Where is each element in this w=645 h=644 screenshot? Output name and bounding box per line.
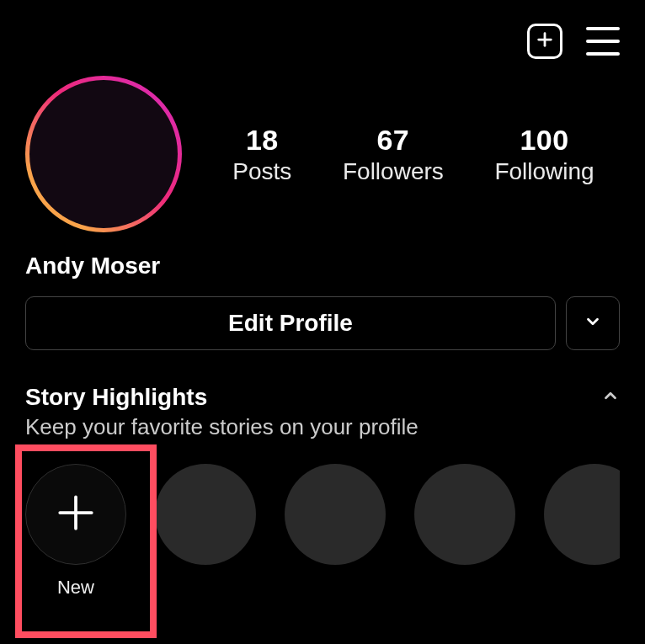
edit-profile-button[interactable]: Edit Profile	[25, 296, 556, 350]
profile-stats: 18 Posts 67 Followers 100 Following	[207, 124, 620, 185]
stat-posts-count: 18	[232, 124, 291, 157]
highlight-circle-placeholder	[414, 464, 515, 565]
highlight-circle-placeholder	[544, 464, 620, 565]
profile-header: 18 Posts 67 Followers 100 Following	[0, 67, 645, 232]
story-highlights-section: Story Highlights Keep your favorite stor…	[0, 350, 645, 599]
story-highlights-subtitle: Keep your favorite stories on your profi…	[25, 414, 620, 440]
chevron-up-icon	[601, 386, 620, 408]
highlight-circle-placeholder	[155, 464, 256, 565]
display-name: Andy Moser	[0, 232, 645, 279]
avatar-story-ring[interactable]	[25, 76, 182, 232]
avatar	[29, 80, 178, 228]
highlight-new[interactable]: New	[25, 464, 126, 599]
discover-people-button[interactable]	[566, 296, 620, 350]
stat-following-count: 100	[494, 124, 594, 157]
hamburger-menu-button[interactable]	[586, 27, 620, 56]
profile-actions: Edit Profile	[0, 279, 645, 350]
create-post-button[interactable]	[527, 24, 562, 59]
stat-followers-label: Followers	[343, 158, 444, 185]
stat-followers[interactable]: 67 Followers	[343, 124, 444, 185]
story-highlights-title: Story Highlights	[25, 384, 207, 411]
stat-followers-count: 67	[343, 124, 444, 157]
highlight-placeholder	[285, 464, 386, 599]
highlight-circle-placeholder	[285, 464, 386, 565]
stat-following-label: Following	[494, 158, 594, 185]
highlight-placeholder	[155, 464, 256, 599]
chevron-down-icon	[584, 312, 602, 334]
stat-posts-label: Posts	[232, 158, 291, 185]
highlight-placeholder	[544, 464, 620, 599]
highlight-placeholder	[414, 464, 515, 599]
hamburger-icon	[586, 27, 620, 30]
plus-icon	[536, 30, 554, 52]
top-bar	[0, 0, 645, 67]
stat-following[interactable]: 100 Following	[494, 124, 594, 185]
add-highlight-circle[interactable]	[25, 464, 126, 565]
plus-icon	[55, 492, 97, 537]
story-highlights-row: New	[25, 464, 620, 599]
stat-posts[interactable]: 18 Posts	[232, 124, 291, 185]
story-highlights-toggle[interactable]: Story Highlights	[25, 384, 620, 411]
highlight-new-label: New	[57, 577, 94, 599]
